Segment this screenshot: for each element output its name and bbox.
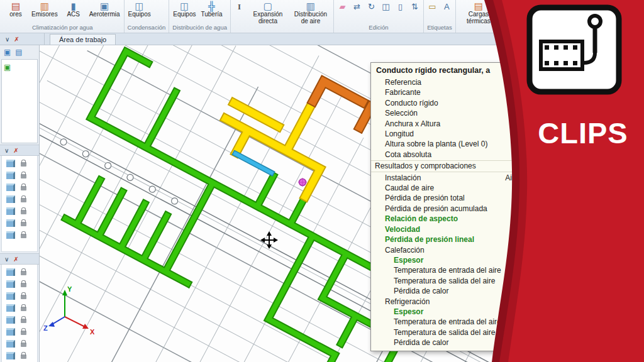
tag-button[interactable]: ▭ <box>426 1 439 13</box>
beam-button[interactable]: I <box>233 1 246 13</box>
model-item-row[interactable] <box>2 349 37 361</box>
ribbon-group-label: Edición <box>336 24 421 33</box>
model-section-header: ∨ ✗ <box>0 145 39 156</box>
lock-icon <box>21 186 26 190</box>
lock-icon <box>21 354 26 359</box>
acs-button[interactable]: ▮ACS <box>61 1 86 19</box>
rotate-button[interactable]: ↻ <box>365 1 378 13</box>
tooltip-row: Caudal de aire <box>371 183 531 193</box>
tooltip-row: Altura sobre la planta (Level 0) <box>371 139 531 149</box>
emitters-button-icon: ▥ <box>40 1 49 11</box>
emitters-button-label: Emisores <box>31 11 58 18</box>
model-item-row[interactable] <box>2 314 37 326</box>
axis-z-label: Z <box>43 324 48 332</box>
axis-y-label: Y <box>67 285 72 293</box>
tooltip-row: Velocidad <box>371 224 531 234</box>
text-label-button[interactable]: A <box>440 1 453 13</box>
chevron-down-icon[interactable]: ∨ <box>4 256 9 263</box>
grid-tool-icon[interactable]: ▤ <box>15 48 22 57</box>
reference-panel[interactable]: ▣ <box>1 59 38 143</box>
offset-button-icon: ▯ <box>398 2 402 12</box>
move-button[interactable]: ⇄ <box>350 1 364 13</box>
aerothermal-button-icon: ▣ <box>100 1 109 11</box>
radiators-button-label: ores <box>9 11 21 18</box>
tooltip-row: Pérdida de calor <box>371 286 531 296</box>
ribbon-group: I▢Expansión directa▥Distribución de aire <box>231 0 334 33</box>
3d-box-icon <box>6 328 15 336</box>
view-tool-icon[interactable]: ▣ <box>4 48 11 57</box>
model-item-row[interactable] <box>2 326 37 337</box>
model-item-row[interactable] <box>2 169 37 181</box>
lock-icon <box>21 343 26 347</box>
eraser-button[interactable]: ▰ <box>336 1 349 13</box>
ribbon-group-label: Climatización por agua <box>3 24 122 33</box>
model-item-row[interactable] <box>2 181 37 193</box>
beam-button-icon: I <box>238 2 241 12</box>
tooltip-row: Anchura x Altura <box>371 119 531 129</box>
aerothermal-button[interactable]: ▣Aerotermia <box>87 1 122 19</box>
copy-button[interactable]: ◫ <box>379 1 392 13</box>
tooltip-row: Pérdida de calor <box>371 337 531 348</box>
eraser-button-icon: ▰ <box>339 2 345 12</box>
model-list <box>1 265 38 362</box>
chevron-down-icon[interactable]: ∨ <box>5 36 9 43</box>
tooltip-row: Fabricante <box>371 87 531 97</box>
close-icon[interactable]: ✗ <box>14 36 19 43</box>
tab-workspace[interactable]: Área de trabajo <box>50 34 116 45</box>
tooltip-title: Conducto rígido rectangular, a <box>371 63 531 77</box>
ribbon-group-label <box>458 25 499 33</box>
model-item-row[interactable] <box>2 193 37 205</box>
water-equipment-button[interactable]: ◫Equipos <box>171 1 197 19</box>
close-icon[interactable]: ✗ <box>13 256 18 263</box>
model-item-row[interactable] <box>2 278 37 290</box>
lock-icon <box>21 210 26 214</box>
offset-button[interactable]: ▯ <box>394 1 407 13</box>
order-button[interactable]: ⇅ <box>408 1 421 13</box>
close-icon[interactable]: ✗ <box>13 147 18 154</box>
move-button-icon: ⇄ <box>353 2 360 12</box>
tooltip-row: InstalaciónAire c <box>371 173 531 183</box>
ribbon-group: ▤ores▥Emisores▮ACS▣AerotermiaClimatizaci… <box>1 0 125 33</box>
3d-box-icon <box>6 219 15 227</box>
tooltip-row: Espesor25 <box>371 307 531 317</box>
main-area: ▣ ▤ ▣ ∨ ✗ ∨ ✗ <box>0 45 644 362</box>
model-item-row[interactable] <box>2 217 37 229</box>
ribbon: ▤ores▥Emisores▮ACS▣AerotermiaClimatizaci… <box>0 0 644 33</box>
model-item-row[interactable] <box>2 290 37 302</box>
tooltip-row: Temperatura de salida del aire <box>371 327 531 337</box>
tooltip-row: Relación de aspecto0.2 <box>371 214 531 224</box>
direct-expansion-button[interactable]: ▢Expansión directa <box>247 1 289 25</box>
radiators-button[interactable]: ▤ores <box>3 1 28 19</box>
3d-box-icon <box>6 184 15 191</box>
ribbon-group-label: Etiquetas <box>426 24 453 33</box>
emitters-button[interactable]: ▥Emisores <box>30 1 60 19</box>
lock-icon <box>21 234 26 238</box>
ribbon-group-label: Distribución de agua <box>171 24 228 33</box>
pipe-button[interactable]: ╬Tubería <box>199 1 224 19</box>
model-item-row[interactable] <box>2 266 37 278</box>
model-section-header: ∨ ✗ <box>0 253 39 265</box>
panel-header-controls: ∨ ✗ <box>0 33 45 45</box>
model-item-row[interactable] <box>2 337 37 349</box>
workspace-tabbar: ∨ ✗ Área de trabajo <box>0 33 644 45</box>
3d-box-icon <box>6 340 15 348</box>
condensing-equipment-button-label: Equipos <box>128 11 151 18</box>
model-item-row[interactable] <box>2 229 37 241</box>
condensing-equipment-button[interactable]: ◫Equipos <box>126 1 153 19</box>
model-item-row[interactable] <box>2 157 37 169</box>
lock-icon <box>21 198 26 202</box>
thermal-loads-button[interactable]: ▤Cargas térmicas <box>458 1 499 25</box>
floor-plan-canvas[interactable]: Y X Z <box>40 45 644 362</box>
drawing-canvas[interactable]: Y X Z Conducto rígido rectangular, a Ref… <box>40 45 644 362</box>
fitting-marker <box>298 178 307 187</box>
axis-x-label: X <box>90 328 95 336</box>
tooltip-row: Resultados y comprobaciones <box>371 160 531 172</box>
ribbon-group-label: Condensación <box>126 24 167 33</box>
chevron-down-icon[interactable]: ∨ <box>4 147 9 154</box>
lock-icon <box>21 162 26 167</box>
model-item-row[interactable] <box>2 205 37 217</box>
air-distribution-button[interactable]: ▥Distribución de aire <box>290 1 331 25</box>
model-item-row[interactable] <box>2 302 37 314</box>
tooltip-row: Longitud <box>371 129 531 139</box>
lock-icon <box>21 307 26 311</box>
